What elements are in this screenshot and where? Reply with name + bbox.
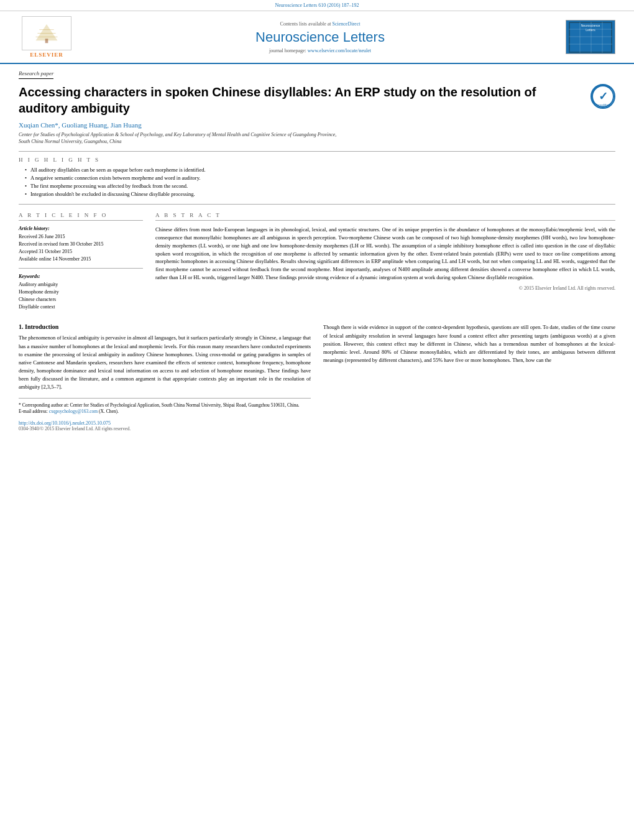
corresponding-author-note: * Corresponding author at: Center for St…	[19, 402, 311, 409]
keywords-label: Keywords:	[19, 274, 143, 279]
svg-rect-2	[45, 39, 48, 43]
highlight-item-4: Integration shouldn't be excluded in dis…	[25, 191, 615, 197]
journal-homepage-url[interactable]: www.elsevier.com/locate/neulet	[308, 48, 371, 53]
available-date: Available online 14 November 2015	[19, 256, 143, 263]
svg-text:CrossMark: CrossMark	[595, 103, 611, 107]
article-title: Accessing characters in spoken Chinese d…	[19, 84, 590, 116]
journal-center: Contents lists available at ScienceDirec…	[75, 21, 566, 53]
authors-line: Xuqian Chen*, Guoliang Huang, Jian Huang	[19, 121, 615, 129]
intro-heading: 1. Introduction	[19, 323, 311, 330]
page: Neuroscience Letters 610 (2016) 187–192 …	[0, 0, 634, 840]
keywords-group: Keywords: Auditory ambiguity Homophone d…	[19, 274, 143, 311]
top-bar: Neuroscience Letters 610 (2016) 187–192	[0, 0, 634, 11]
intro-para1: The phenomenon of lexical ambiguity is p…	[19, 334, 311, 391]
author-names: Xuqian Chen*, Guoliang Huang, Jian Huang	[19, 121, 142, 129]
journal-homepage: journal homepage: www.elsevier.com/locat…	[75, 48, 566, 53]
abstract-text: Chinese differs from most Indo-European …	[155, 226, 615, 281]
accepted-date: Accepted 31 October 2015	[19, 248, 143, 256]
intro-para2: Though there is wide evidence in support…	[323, 323, 615, 364]
highlight-item-2: A negative semantic connection exists be…	[25, 175, 615, 181]
elsevier-logo: ELSEVIER	[19, 16, 75, 58]
logo-image	[22, 16, 71, 50]
intro-continuation-column: Though there is wide evidence in support…	[323, 323, 615, 431]
article-title-section: Accessing characters in spoken Chinese d…	[19, 84, 615, 116]
abstract-title: A B S T R A C T	[155, 212, 615, 221]
issn-copyright: 0304-3940/© 2015 Elsevier Ireland Ltd. A…	[19, 426, 311, 432]
received-date: Received 26 June 2015	[19, 233, 143, 241]
elsevier-brand-text: ELSEVIER	[30, 52, 63, 58]
journal-reference: Neuroscience Letters 610 (2016) 187–192	[275, 2, 359, 8]
article-history-label: Article history:	[19, 226, 143, 231]
article-info-title: A R T I C L E I N F O	[19, 212, 143, 221]
svg-text:✓: ✓	[599, 90, 608, 103]
article-type-label: Research paper	[19, 70, 53, 79]
contents-line: Contents lists available at ScienceDirec…	[75, 21, 566, 27]
article-info-column: A R T I C L E I N F O Article history: R…	[19, 212, 143, 316]
sciencedirect-link[interactable]: ScienceDirect	[333, 21, 361, 27]
revised-date: Received in revised form 30 October 2015	[19, 241, 143, 248]
affiliation: Center for Studies of Psychological Appl…	[19, 131, 615, 145]
article-history-group: Article history: Received 26 June 2015 R…	[19, 226, 143, 263]
email-link[interactable]: cxqpsychology@163.com	[49, 408, 98, 414]
highlights-list: All auditory disyllables can be seen as …	[19, 167, 615, 197]
journal-logo-right: Neuroscience Letters	[566, 20, 615, 54]
main-content: Research paper Accessing characters in s…	[0, 64, 634, 444]
body-content: 1. Introduction The phenomenon of lexica…	[19, 323, 615, 431]
abstract-column: A B S T R A C T Chinese differs from mos…	[155, 212, 615, 316]
journal-header: ELSEVIER Contents lists available at Sci…	[0, 11, 634, 64]
svg-text:Neuroscience: Neuroscience	[581, 24, 600, 27]
highlights-section: H I G H L I G H T S All auditory disylla…	[19, 151, 615, 205]
highlight-item-1: All auditory disyllables can be seen as …	[25, 167, 615, 173]
doi-link[interactable]: http://dx.doi.org/10.1016/j.neulet.2015.…	[19, 420, 311, 426]
info-divider	[19, 268, 143, 269]
highlight-item-3: The first morpheme processing was affect…	[25, 183, 615, 189]
keyword-3: Chinese characters	[19, 296, 143, 303]
journal-title-header: Neuroscience Letters	[75, 29, 566, 45]
highlights-title: H I G H L I G H T S	[19, 157, 615, 163]
abstract-copyright: © 2015 Elsevier Ireland Ltd. All rights …	[155, 285, 615, 291]
footnote-section: * Corresponding author at: Center for St…	[19, 398, 311, 415]
keyword-2: Homophone density	[19, 288, 143, 296]
keyword-4: Disyllable context	[19, 303, 143, 311]
crossmark-logo[interactable]: ✓ CrossMark	[590, 84, 615, 109]
intro-column: 1. Introduction The phenomenon of lexica…	[19, 323, 311, 431]
email-note: E-mail address: cxqpsychology@163.com (X…	[19, 408, 311, 415]
keyword-1: Auditory ambiguity	[19, 281, 143, 288]
article-info-abstract-section: A R T I C L E I N F O Article history: R…	[19, 212, 615, 316]
svg-text:Letters: Letters	[586, 28, 595, 32]
